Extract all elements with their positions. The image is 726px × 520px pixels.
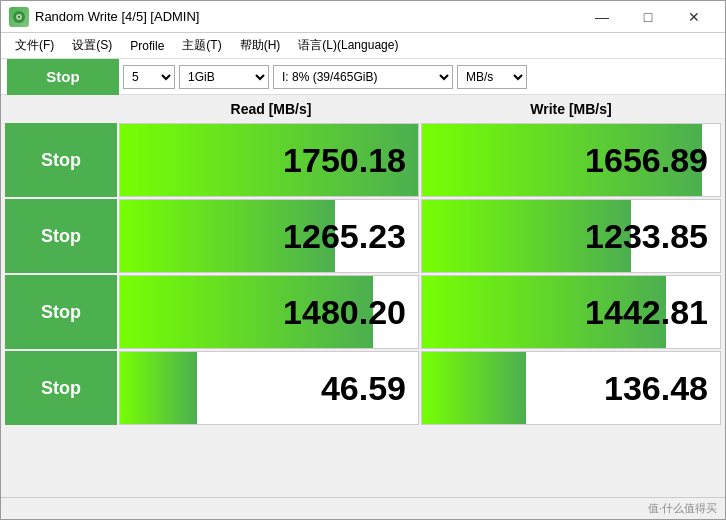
unit-select[interactable]: MB/s: [457, 65, 527, 89]
read-cell-1: 1750.18: [119, 123, 419, 197]
stop-label-4: Stop: [41, 378, 81, 399]
close-button[interactable]: ✕: [671, 1, 717, 33]
read-header: Read [MB/s]: [121, 99, 421, 119]
write-header: Write [MB/s]: [421, 99, 721, 119]
toolbar: Stop 5 1GiB I: 8% (39/465GiB) MB/s: [1, 59, 725, 95]
write-value-2: 1233.85: [585, 217, 708, 256]
write-cell-3: 1442.81: [421, 275, 721, 349]
main-content: Read [MB/s] Write [MB/s] Stop 1750.18 16…: [1, 95, 725, 497]
write-value-4: 136.48: [604, 369, 708, 408]
window-controls: — □ ✕: [579, 1, 717, 33]
write-value-3: 1442.81: [585, 293, 708, 332]
stop-button-1[interactable]: Stop: [5, 123, 117, 197]
svg-point-2: [18, 16, 20, 18]
data-row: Stop 1750.18 1656.89: [5, 123, 721, 197]
data-row: Stop 46.59 136.48: [5, 351, 721, 425]
column-headers: Read [MB/s] Write [MB/s]: [121, 99, 721, 119]
stop-button-4[interactable]: Stop: [5, 351, 117, 425]
write-cell-1: 1656.89: [421, 123, 721, 197]
menu-item[interactable]: 主题(T): [174, 35, 229, 56]
stop-label-3: Stop: [41, 302, 81, 323]
write-value-1: 1656.89: [585, 141, 708, 180]
read-cell-4: 46.59: [119, 351, 419, 425]
status-bar: 值·什么值得买: [1, 497, 725, 519]
stop-label-1: Stop: [41, 150, 81, 171]
stop-button-2[interactable]: Stop: [5, 199, 117, 273]
menu-item[interactable]: Profile: [122, 37, 172, 55]
menu-item[interactable]: 语言(L)(Language): [290, 35, 406, 56]
read-cell-3: 1480.20: [119, 275, 419, 349]
window-title: Random Write [4/5] [ADMIN]: [35, 9, 579, 24]
read-cell-2: 1265.23: [119, 199, 419, 273]
size-select[interactable]: 1GiB: [179, 65, 269, 89]
stop-button-top[interactable]: Stop: [7, 59, 119, 95]
stop-label-2: Stop: [41, 226, 81, 247]
main-window: Random Write [4/5] [ADMIN] — □ ✕ 文件(F)设置…: [0, 0, 726, 520]
read-value-4: 46.59: [321, 369, 406, 408]
read-value-3: 1480.20: [283, 293, 406, 332]
menu-bar: 文件(F)设置(S)Profile主题(T)帮助(H)语言(L)(Languag…: [1, 33, 725, 59]
write-cell-4: 136.48: [421, 351, 721, 425]
count-select[interactable]: 5: [123, 65, 175, 89]
data-row: Stop 1480.20 1442.81: [5, 275, 721, 349]
read-value-1: 1750.18: [283, 141, 406, 180]
menu-item[interactable]: 帮助(H): [232, 35, 289, 56]
write-bar-4: [422, 352, 526, 424]
drive-select[interactable]: I: 8% (39/465GiB): [273, 65, 453, 89]
title-bar: Random Write [4/5] [ADMIN] — □ ✕: [1, 1, 725, 33]
watermark: 值·什么值得买: [648, 501, 717, 516]
menu-item[interactable]: 设置(S): [64, 35, 120, 56]
stop-button-3[interactable]: Stop: [5, 275, 117, 349]
app-icon: [9, 7, 29, 27]
write-cell-2: 1233.85: [421, 199, 721, 273]
read-bar-4: [120, 352, 197, 424]
maximize-button[interactable]: □: [625, 1, 671, 33]
menu-item[interactable]: 文件(F): [7, 35, 62, 56]
minimize-button[interactable]: —: [579, 1, 625, 33]
data-row: Stop 1265.23 1233.85: [5, 199, 721, 273]
read-value-2: 1265.23: [283, 217, 406, 256]
